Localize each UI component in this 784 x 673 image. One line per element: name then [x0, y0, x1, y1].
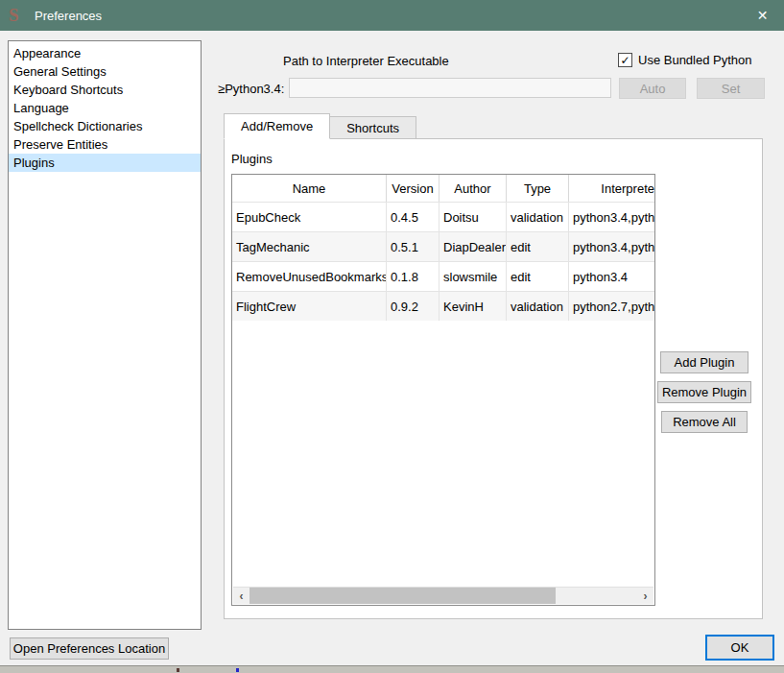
- open-preferences-location-button[interactable]: Open Preferences Location: [10, 637, 169, 660]
- plugins-section-title: Plugins: [231, 152, 273, 166]
- sidebar-item-keyboard-shortcuts[interactable]: Keyboard Shortcuts: [9, 81, 201, 99]
- table-cell: 0.9.2: [387, 292, 440, 321]
- use-bundled-python-label: Use Bundled Python: [638, 53, 752, 67]
- preferences-dialog: S Preferences ✕ AppearanceGeneral Settin…: [0, 0, 784, 673]
- table-cell: KevinH: [440, 292, 507, 321]
- table-cell: validation: [507, 203, 569, 231]
- ok-button-label: OK: [731, 640, 749, 655]
- table-cell: 0.1.8: [387, 262, 440, 291]
- sidebar-item-appearance[interactable]: Appearance: [9, 44, 201, 62]
- use-bundled-python-checkbox[interactable]: ✓ Use Bundled Python: [618, 53, 752, 67]
- column-header-name[interactable]: Name: [232, 175, 387, 202]
- add-plugin-button[interactable]: Add Plugin: [660, 351, 748, 373]
- table-cell: validation: [507, 292, 569, 321]
- tabbar: Add/RemoveShortcuts: [224, 113, 416, 139]
- window-title: Preferences: [35, 9, 741, 23]
- column-header-type[interactable]: Type: [507, 175, 569, 202]
- table-row[interactable]: EpubCheck0.4.5Doitsuvalidationpython3.4,…: [232, 202, 654, 231]
- interpreter-path-input[interactable]: [289, 78, 611, 98]
- sidebar-item-spellcheck-dictionaries[interactable]: Spellcheck Dictionaries: [9, 117, 201, 135]
- tab-add-remove[interactable]: Add/Remove: [224, 113, 330, 139]
- table-cell: python2.7,pyth: [569, 292, 654, 321]
- table-cell: python3.4,pyth: [569, 203, 654, 231]
- python-version-label: ≥Python3.4:: [218, 82, 284, 96]
- close-icon[interactable]: ✕: [741, 0, 784, 31]
- table-cell: EpubCheck: [232, 203, 387, 231]
- column-header-version[interactable]: Version: [387, 175, 440, 202]
- table-cell: RemoveUnusedBookmarks: [232, 262, 387, 291]
- sigil-logo-icon: S: [9, 5, 28, 26]
- table-header-row: NameVersionAuthorTypeInterprete: [232, 175, 654, 202]
- table-cell: DiapDealer: [440, 232, 507, 261]
- table-cell: python3.4: [569, 262, 654, 291]
- interpreter-path-label: Path to Interpreter Executable: [283, 54, 449, 68]
- table-cell: edit: [507, 262, 569, 291]
- table-cell: TagMechanic: [232, 232, 387, 261]
- auto-button[interactable]: Auto: [619, 78, 686, 99]
- table-cell: edit: [507, 232, 569, 261]
- scrollbar-thumb[interactable]: [249, 588, 556, 604]
- set-button[interactable]: Set: [697, 78, 765, 99]
- remove-all-button[interactable]: Remove All: [661, 411, 748, 433]
- ok-button[interactable]: OK: [705, 635, 774, 661]
- horizontal-scrollbar[interactable]: ‹ ›: [233, 587, 653, 604]
- table-cell: 0.5.1: [387, 232, 440, 261]
- column-header-interprete[interactable]: Interprete: [569, 175, 654, 202]
- plugins-table[interactable]: NameVersionAuthorTypeInterpreteEpubCheck…: [231, 174, 655, 606]
- table-row[interactable]: RemoveUnusedBookmarks0.1.8slowsmileeditp…: [232, 261, 654, 291]
- table-cell: 0.4.5: [387, 203, 440, 231]
- background-window-mark: [177, 668, 179, 672]
- scroll-left-icon[interactable]: ‹: [233, 588, 249, 604]
- scroll-right-icon[interactable]: ›: [637, 588, 653, 604]
- sidebar-item-preserve-entities[interactable]: Preserve Entities: [9, 135, 201, 154]
- table-cell: slowsmile: [440, 262, 507, 291]
- sidebar-item-general-settings[interactable]: General Settings: [9, 62, 201, 81]
- table-row[interactable]: FlightCrew0.9.2KevinHvalidationpython2.7…: [232, 291, 654, 321]
- sidebar-item-plugins[interactable]: Plugins: [9, 154, 201, 172]
- tab-shortcuts[interactable]: Shortcuts: [330, 116, 416, 139]
- scrollbar-track[interactable]: [249, 588, 637, 604]
- background-window-mark: [236, 668, 239, 672]
- background-window-edge: [0, 665, 784, 673]
- table-cell: python3.4,pyth: [569, 232, 654, 261]
- table-cell: Doitsu: [440, 203, 507, 231]
- checkbox-check-icon[interactable]: ✓: [618, 53, 632, 67]
- table-cell: FlightCrew: [232, 292, 387, 321]
- preferences-category-list: AppearanceGeneral SettingsKeyboard Short…: [8, 40, 202, 630]
- sidebar-item-language[interactable]: Language: [9, 99, 201, 117]
- table-row[interactable]: TagMechanic0.5.1DiapDealereditpython3.4,…: [232, 231, 654, 261]
- remove-plugin-button[interactable]: Remove Plugin: [657, 381, 751, 403]
- titlebar: S Preferences ✕: [0, 0, 784, 31]
- column-header-author[interactable]: Author: [440, 175, 507, 202]
